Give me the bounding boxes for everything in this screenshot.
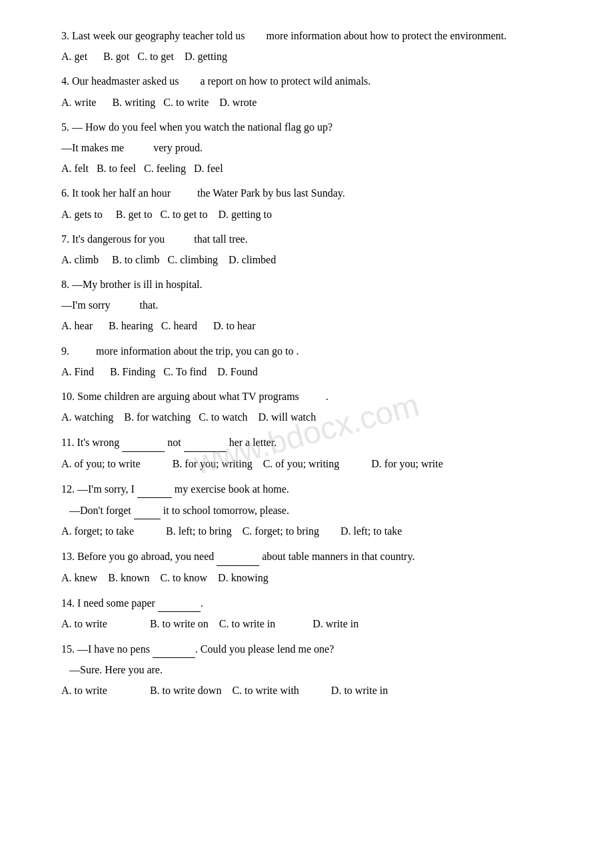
question-12: 12. —I'm sorry, I my exercise book at ho…: [40, 479, 573, 541]
question-10-text: 10. Some children are arguing about what…: [40, 387, 573, 405]
question-4-text: 4. Our headmaster asked us a report on h…: [40, 72, 573, 90]
question-9: 9. more information about the trip, you …: [40, 342, 573, 381]
question-11-options: A. of you; to write B. for you; writing …: [61, 455, 573, 473]
question-10: 10. Some children are arguing about what…: [40, 387, 573, 426]
question-8: 8. —My brother is ill in hospital. —I'm …: [40, 275, 573, 335]
question-7-text: 7. It's dangerous for you that tall tree…: [40, 230, 573, 248]
question-9-text: 9. more information about the trip, you …: [40, 342, 573, 360]
question-14-options: A. to write B. to write on C. to write i…: [61, 615, 573, 633]
question-12-text: 12. —I'm sorry, I my exercise book at ho…: [40, 479, 573, 498]
question-15-sub: —Sure. Here you are.: [61, 661, 573, 679]
question-14-text: 14. I need some paper .: [40, 593, 573, 612]
question-15: 15. —I have no pens . Could you please l…: [40, 639, 573, 700]
question-11-text: 11. It's wrong not her a letter.: [40, 433, 573, 451]
question-5: 5. — How do you feel when you watch the …: [40, 118, 573, 178]
question-6-text: 6. It took her half an hour the Water Pa…: [40, 184, 573, 202]
question-5-text: 5. — How do you feel when you watch the …: [40, 118, 573, 136]
question-11: 11. It's wrong not her a letter. A. of y…: [40, 433, 573, 472]
question-8-sub: —I'm sorry that.: [61, 296, 573, 314]
question-4: 4. Our headmaster asked us a report on h…: [40, 72, 573, 111]
question-10-options: A. watching B. for watching C. to watch …: [61, 408, 573, 426]
question-7-options: A. climb B. to climb C. climbing D. clim…: [61, 251, 573, 269]
question-4-options: A. write B. writing C. to write D. wrote: [61, 93, 573, 111]
question-3-text: 3. Last week our geography teacher told …: [40, 27, 573, 45]
question-12-sub: —Don't forget it to school tomorrow, ple…: [61, 501, 573, 519]
question-3: 3. Last week our geography teacher told …: [40, 27, 573, 65]
question-5-sub: —It makes me very proud.: [61, 139, 573, 157]
question-15-text: 15. —I have no pens . Could you please l…: [40, 639, 573, 658]
question-8-text: 8. —My brother is ill in hospital.: [40, 275, 573, 293]
question-12-options: A. forget; to take B. left; to bring C. …: [61, 522, 573, 540]
question-6: 6. It took her half an hour the Water Pa…: [40, 184, 573, 223]
question-13-text: 13. Before you go abroad, you need about…: [40, 547, 573, 565]
question-6-options: A. gets to B. get to C. to get to D. get…: [61, 205, 573, 223]
question-8-options: A. hear B. hearing C. heard D. to hear: [61, 317, 573, 335]
question-13-options: A. knew B. known C. to know D. knowing: [61, 569, 573, 587]
question-7: 7. It's dangerous for you that tall tree…: [40, 230, 573, 269]
question-13: 13. Before you go abroad, you need about…: [40, 547, 573, 586]
questions-container: 3. Last week our geography teacher told …: [40, 27, 573, 700]
question-3-options: A. get B. got C. to get D. getting: [61, 47, 573, 65]
question-15-options: A. to write B. to write down C. to write…: [61, 681, 573, 699]
question-5-options: A. felt B. to feel C. feeling D. feel: [61, 159, 573, 177]
question-9-options: A. Find B. Finding C. To find D. Found: [61, 363, 573, 381]
question-14: 14. I need some paper . A. to write B. t…: [40, 593, 573, 633]
